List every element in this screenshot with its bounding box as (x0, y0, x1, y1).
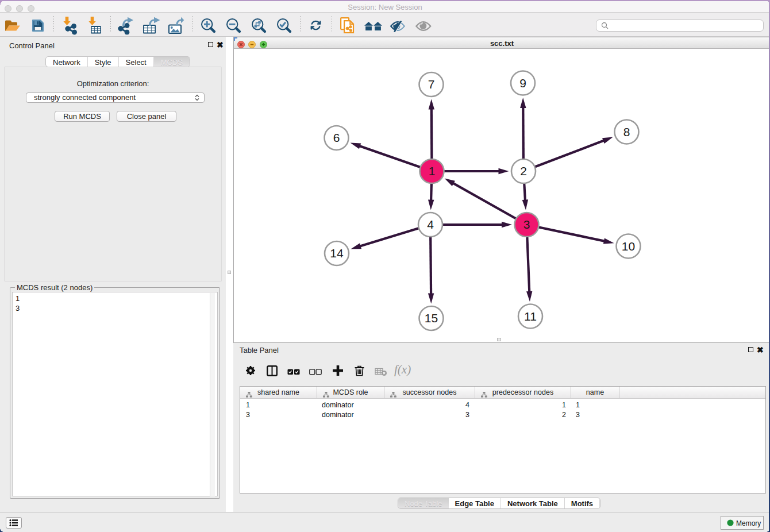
svg-text:2: 2 (520, 164, 527, 178)
svg-text:14: 14 (330, 246, 344, 260)
svg-text:7: 7 (428, 78, 435, 91)
svg-text:8: 8 (623, 125, 630, 138)
svg-text:11: 11 (524, 310, 537, 323)
svg-text:6: 6 (333, 131, 340, 144)
svg-text:9: 9 (519, 76, 526, 90)
svg-text:15: 15 (425, 311, 438, 325)
svg-text:10: 10 (622, 240, 635, 253)
svg-text:1: 1 (429, 164, 436, 178)
svg-text:3: 3 (523, 218, 530, 231)
svg-text:4: 4 (427, 218, 434, 231)
